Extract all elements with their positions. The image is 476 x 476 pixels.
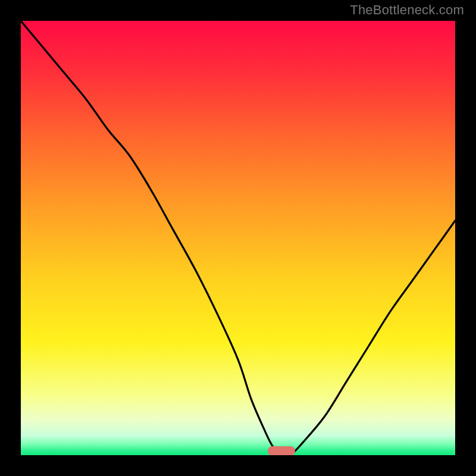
bottleneck-curve (21, 21, 455, 455)
watermark-text: TheBottleneck.com (350, 2, 464, 18)
optimal-marker (268, 446, 295, 455)
chart-frame: TheBottleneck.com (0, 0, 476, 476)
plot-area (21, 21, 455, 455)
